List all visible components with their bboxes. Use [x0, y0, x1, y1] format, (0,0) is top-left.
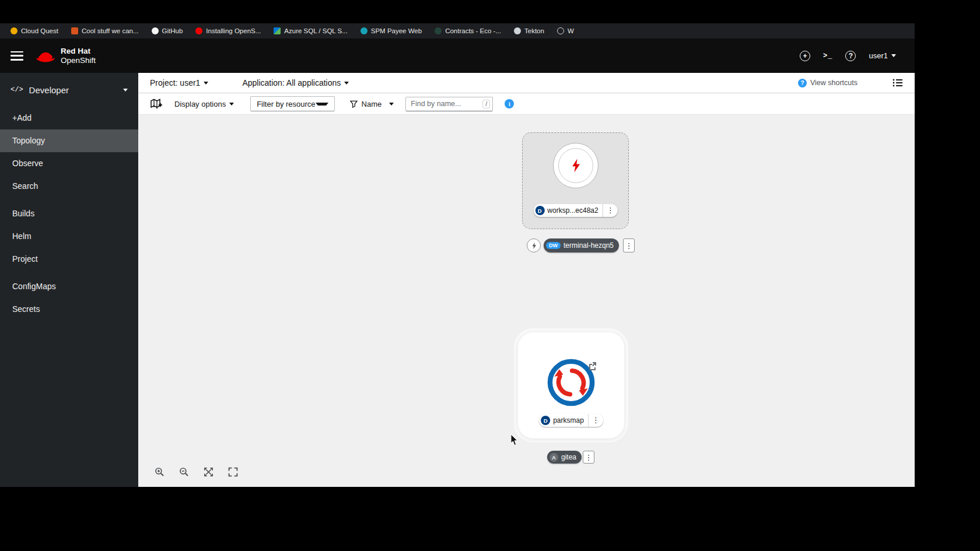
sidebar-item-project[interactable]: Project: [0, 248, 138, 271]
sidebar-nav: </> Developer +Add Topology Observe Sear…: [0, 73, 138, 487]
filter-by-resource-select[interactable]: Filter by resource: [250, 96, 334, 111]
list-view-toggle-icon[interactable]: [892, 78, 903, 87]
parksmap-label-pill[interactable]: D parksmap ⋮: [539, 414, 603, 427]
gitea-label-pill[interactable]: A gitea: [547, 451, 582, 464]
slash-shortcut-hint: /: [482, 100, 490, 108]
redhat-fedora-icon: [35, 48, 56, 64]
find-by-name-input[interactable]: [405, 97, 493, 111]
application-selector[interactable]: Application: All applications: [242, 78, 349, 87]
bookmark-cool-stuff[interactable]: Cool stuff we can...: [71, 27, 139, 34]
terminal-decorator-icon[interactable]: [527, 238, 541, 252]
name-filter-dropdown[interactable]: Name: [350, 100, 394, 108]
contracts-icon: [435, 27, 442, 34]
fullscreen-button[interactable]: [225, 464, 241, 479]
quick-search-map-icon[interactable]: [150, 99, 163, 109]
bookmark-contracts[interactable]: Contracts - Eco -...: [435, 27, 501, 34]
workspace-node[interactable]: D worksp...ec48a2 ⋮: [522, 132, 629, 229]
doc-icon: [71, 27, 78, 34]
lightning-bolt-icon: [531, 242, 537, 250]
sidebar-item-builds[interactable]: Builds: [0, 202, 138, 225]
display-options-dropdown[interactable]: Display options: [174, 100, 234, 108]
workspace-node-circle[interactable]: [553, 143, 598, 188]
bookmark-label: Cool stuff we can...: [82, 27, 139, 34]
browser-bookmarks-bar: Cloud Quest Cool stuff we can... GitHub …: [0, 23, 915, 38]
mouse-cursor: [510, 434, 519, 448]
workspace-label: worksp...ec48a2: [547, 206, 602, 215]
find-by-name-wrap: /: [405, 97, 493, 111]
nav-toggle-hamburger-icon[interactable]: [10, 51, 23, 61]
bookmark-label: Contracts - Eco -...: [445, 27, 501, 34]
bookmark-azure-sql[interactable]: Azure SQL / SQL S...: [274, 27, 347, 34]
view-shortcuts-label: View shortcuts: [810, 79, 858, 87]
terminal-workload-row: DW terminal-hezqn5 ⋮: [527, 238, 635, 252]
sidebar-item-configmaps[interactable]: ConfigMaps: [0, 275, 138, 298]
bookmark-installing-openshift[interactable]: Installing OpenS...: [195, 27, 261, 34]
project-selector[interactable]: Project: user1: [150, 78, 208, 87]
brand-redhat: Red Hat: [61, 47, 96, 56]
chevron-down-icon: [123, 89, 128, 92]
workspace-ring: [558, 148, 593, 183]
display-options-label: Display options: [174, 100, 226, 108]
user-menu[interactable]: user1: [869, 51, 896, 60]
bookmark-w[interactable]: W: [557, 27, 574, 34]
fit-to-screen-button[interactable]: [200, 464, 216, 479]
perspective-switcher[interactable]: </> Developer: [0, 73, 138, 107]
bookmark-label: Azure SQL / SQL S...: [284, 27, 347, 34]
bookmark-spm-payee[interactable]: SPM Payee Web: [360, 27, 422, 34]
web-terminal-icon[interactable]: >_: [823, 52, 832, 60]
workspace-label-pill[interactable]: D worksp...ec48a2 ⋮: [533, 204, 617, 217]
view-shortcuts-link[interactable]: ? View shortcuts: [798, 79, 858, 87]
topology-canvas[interactable]: D worksp...ec48a2 ⋮ DW terminal-hezqn5: [138, 115, 915, 486]
bookmark-label: Installing OpenS...: [206, 27, 261, 34]
azure-icon: [274, 27, 281, 34]
project-selector-label: Project: user1: [150, 78, 200, 87]
parksmap-node[interactable]: D parksmap ⋮: [518, 332, 624, 438]
chevron-down-icon: [891, 54, 896, 57]
gitea-workload-row: A gitea ⋮: [547, 451, 594, 464]
sidebar-item-add[interactable]: +Add: [0, 107, 138, 129]
sidebar-item-secrets[interactable]: Secrets: [0, 298, 138, 321]
context-bar: Project: user1 Application: All applicat…: [138, 73, 915, 93]
bookmark-cloud-quest[interactable]: Cloud Quest: [10, 27, 58, 34]
question-circle-icon: ?: [798, 79, 807, 87]
github-icon: [152, 27, 159, 34]
masthead: Red Hat OpenShift + >_ ? user1: [0, 38, 915, 73]
sidebar-item-topology[interactable]: Topology: [0, 129, 138, 152]
sidebar-item-observe[interactable]: Observe: [0, 152, 138, 175]
topology-view-controls: [151, 464, 241, 479]
perspective-label: Developer: [29, 85, 69, 95]
application-badge: A: [550, 453, 558, 462]
openshift-logo: Red Hat OpenShift: [35, 47, 96, 65]
filter-by-resource-label: Filter by resource: [257, 100, 315, 108]
sidebar-item-helm[interactable]: Helm: [0, 225, 138, 248]
developer-perspective-icon: </>: [10, 86, 23, 94]
zoom-in-button[interactable]: [151, 464, 167, 479]
bookmark-tekton[interactable]: Tekton: [514, 27, 544, 34]
tekton-icon: [514, 27, 521, 34]
help-icon[interactable]: ?: [845, 51, 856, 61]
terminal-label-pill[interactable]: DW terminal-hezqn5: [544, 238, 619, 252]
open-url-external-link-icon[interactable]: [588, 362, 597, 373]
zoom-out-button[interactable]: [176, 464, 192, 479]
brand-openshift: OpenShift: [61, 56, 96, 65]
name-filter-label: Name: [362, 100, 382, 108]
bookmark-label: SPM Payee Web: [371, 27, 422, 34]
application-selector-label: Application: All applications: [242, 78, 341, 87]
deployment-badge: D: [535, 206, 544, 215]
chevron-down-icon: [344, 82, 349, 85]
info-icon[interactable]: i: [505, 99, 514, 108]
kebab-menu-icon[interactable]: ⋮: [603, 204, 618, 217]
parksmap-label: parksmap: [553, 416, 588, 424]
chevron-down-icon: [229, 103, 234, 106]
kebab-menu-icon[interactable]: ⋮: [588, 414, 603, 427]
bookmark-label: Cloud Quest: [21, 27, 58, 34]
deployment-badge: D: [541, 416, 550, 425]
bookmark-github[interactable]: GitHub: [152, 27, 183, 34]
kebab-menu-icon[interactable]: ⋮: [583, 451, 594, 464]
sidebar-item-search[interactable]: Search: [0, 175, 138, 198]
topology-toolbar: Display options Filter by resource Name …: [138, 93, 915, 115]
bookmark-label: W: [568, 27, 574, 34]
bookmark-label: GitHub: [162, 27, 183, 34]
kebab-menu-icon[interactable]: ⋮: [623, 238, 635, 252]
add-circle-icon[interactable]: +: [800, 51, 810, 61]
